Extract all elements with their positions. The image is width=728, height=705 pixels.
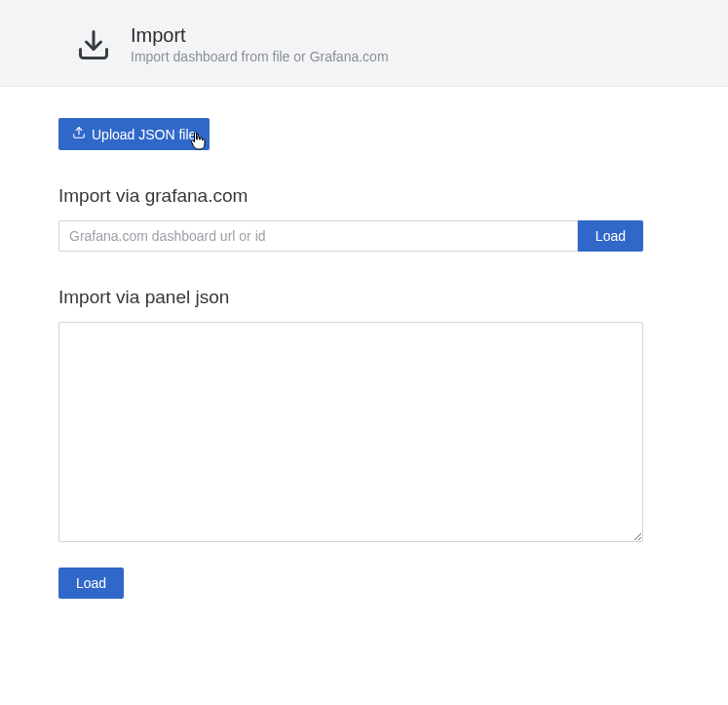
upload-button-wrap: Upload JSON file	[58, 118, 210, 150]
import-icon	[74, 25, 113, 64]
panel-json-textarea[interactable]	[58, 322, 643, 542]
grafana-import-section: Import via grafana.com Load	[58, 185, 643, 252]
content-area: Upload JSON file Import via grafana.com …	[0, 87, 702, 599]
panel-json-section: Import via panel json Load	[58, 287, 643, 599]
page-title: Import	[131, 23, 389, 47]
grafana-section-title: Import via grafana.com	[58, 185, 643, 207]
grafana-url-input[interactable]	[58, 220, 578, 252]
grafana-input-row: Load	[58, 220, 643, 252]
upload-json-button[interactable]: Upload JSON file	[58, 118, 210, 150]
page-subtitle: Import dashboard from file or Grafana.co…	[131, 49, 389, 64]
page-header: Import Import dashboard from file or Gra…	[0, 0, 728, 87]
upload-button-label: Upload JSON file	[92, 127, 196, 142]
header-text: Import Import dashboard from file or Gra…	[131, 23, 389, 64]
panel-json-load-button[interactable]: Load	[58, 568, 124, 599]
panel-json-title: Import via panel json	[58, 287, 643, 308]
grafana-load-button[interactable]: Load	[578, 220, 643, 252]
upload-icon	[72, 126, 86, 142]
